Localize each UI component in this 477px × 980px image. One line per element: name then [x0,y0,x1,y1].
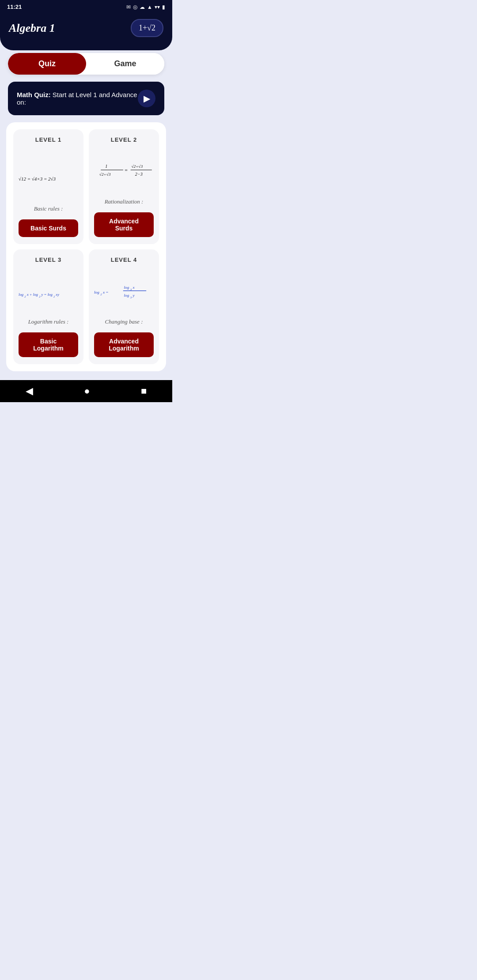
level-card-1: LEVEL 1 √12 = √4×3 = 2√3 Basic rules : B… [13,129,83,244]
app-title: Algebra 1 [9,22,55,35]
levels-grid: LEVEL 1 √12 = √4×3 = 2√3 Basic rules : B… [6,122,166,371]
status-time: 11:21 [7,4,22,10]
tab-switcher: Quiz Game [8,53,164,75]
level-1-button[interactable]: Basic Surds [19,219,78,237]
nav-recents-button[interactable]: ■ [141,385,147,397]
level-3-label: LEVEL 3 [35,256,62,263]
level-2-desc: Rationalization : [105,198,144,205]
svg-text:1: 1 [105,164,107,169]
level-2-label: LEVEL 2 [111,136,137,143]
cloud-icon: ☁ [140,4,145,10]
nav-home-button[interactable]: ● [84,385,90,397]
svg-text:log
            2
            : log 2 x = [94,290,109,296]
svg-text:log
            3
            : log 3 y [124,293,135,299]
svg-text:=: = [125,167,128,173]
level-3-formula: log 2 x + log 2 y = log 2 xy [19,268,78,318]
battery-icon: ▮ [162,4,165,10]
focus-icon: ◎ [133,4,137,10]
svg-text:log
            3
            : log 3 x [124,285,135,291]
level-4-desc: Changing base : [105,318,143,325]
quiz-banner-arrow-button[interactable]: ▶ [138,90,155,107]
svg-text:log
            2
            : log 2 x + log 2 y = log 2 xy [19,292,59,298]
level-4-formula: log 2 x = log 3 x log 3 y [94,268,154,318]
mail-icon: ✉ [126,4,131,10]
nav-bar: ◀ ● ■ [0,380,172,402]
level-1-formula: √12 = √4×3 = 2√3 [19,148,78,205]
level-card-2: LEVEL 2 1 √2+√3 = [89,129,159,244]
level-4-label: LEVEL 4 [111,256,137,263]
level-3-button[interactable]: Basic Logarithm [19,332,78,357]
wifi-icon: ▾▾ [155,4,160,10]
main-content: Quiz Game Math Quiz: Start at Level 1 an… [0,53,172,380]
level-4-button[interactable]: Advanced Logarithm [94,332,154,357]
level-2-formula: 1 √2+√3 = √2+√3 [94,148,154,198]
status-bar: 11:21 ✉ ◎ ☁ ▲ ▾▾ ▮ [0,0,172,14]
level-3-desc: Logarithm rules : [28,318,69,325]
nav-back-button[interactable]: ◀ [26,385,33,397]
tab-game[interactable]: Game [86,53,164,75]
level-card-4: LEVEL 4 log 2 x = log 3 x [89,249,159,364]
app-header: Algebra 1 1+√2 [0,14,172,50]
svg-text:√2+√3: √2+√3 [131,164,143,169]
tab-quiz[interactable]: Quiz [8,53,86,75]
arrow-right-icon: ▶ [144,93,150,104]
level-card-3: LEVEL 3 log 2 x + log 2 y = log 2 xy Log… [13,249,83,364]
svg-text:√2+√3: √2+√3 [99,172,111,177]
level-1-desc: Basic rules : [34,205,63,212]
level-2-button[interactable]: Advanced Surds [94,212,154,237]
header-badge: 1+√2 [131,19,163,37]
quiz-banner[interactable]: Math Quiz: Start at Level 1 and Advance … [8,82,164,115]
svg-text:√12 = √4×3 = 2√3: √12 = √4×3 = 2√3 [19,176,56,181]
status-icons: ✉ ◎ ☁ ▲ ▾▾ ▮ [126,4,165,10]
quiz-banner-text: Math Quiz: Start at Level 1 and Advance … [17,91,138,106]
svg-text:2−3: 2−3 [135,172,143,177]
level-1-label: LEVEL 1 [35,136,62,143]
signal-icon: ▲ [147,4,152,10]
